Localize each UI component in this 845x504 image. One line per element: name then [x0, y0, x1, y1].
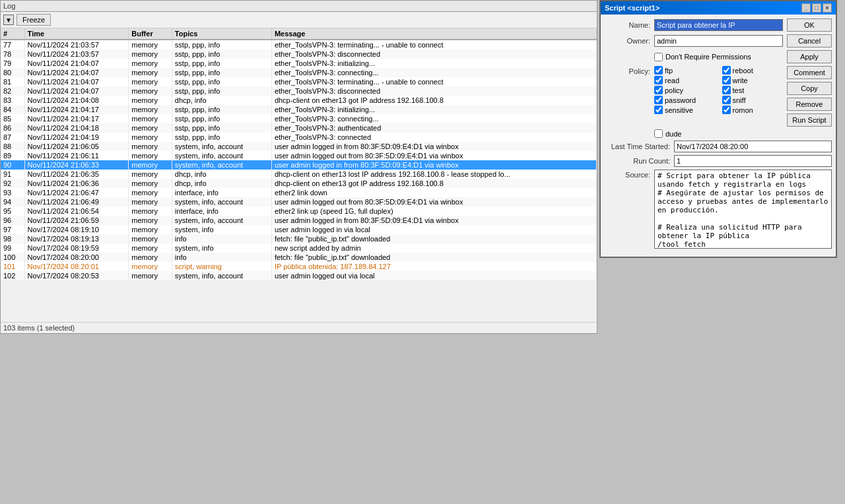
name-input[interactable]	[654, 19, 783, 31]
cell-num: 83	[1, 96, 24, 105]
policy-policy-label: policy	[665, 86, 683, 94]
table-row[interactable]: 85Nov/11/2024 21:04:17memorysstp, ppp, i…	[1, 114, 597, 123]
freeze-button[interactable]: Freeze	[17, 14, 51, 26]
cell-topics: sstp, ppp, info	[172, 133, 271, 142]
cell-message: ether2 link up (speed 1G, full duplex)	[271, 206, 596, 216]
table-row[interactable]: 82Nov/11/2024 21:04:07memorysstp, ppp, i…	[1, 86, 597, 96]
policy-read-checkbox[interactable]	[654, 76, 663, 84]
policy-romon-checkbox[interactable]	[722, 106, 731, 114]
dont-require-checkbox[interactable]	[654, 53, 663, 61]
table-row[interactable]: 90Nov/11/2024 21:06:33memorysystem, info…	[1, 160, 597, 170]
dude-checkbox[interactable]	[654, 129, 663, 138]
cell-buffer: memory	[129, 234, 172, 243]
cell-topics: dhcp, info	[172, 179, 271, 188]
table-row[interactable]: 99Nov/17/2024 08:19:59memorysystem, info…	[1, 243, 597, 253]
policy-row: Policy: ftp reboot read write	[605, 66, 832, 127]
cell-message: user admin logged in from 80:3F:5D:09:E4…	[271, 142, 596, 151]
owner-input[interactable]	[654, 35, 783, 47]
cell-time: Nov/11/2024 21:04:17	[24, 105, 129, 114]
table-row[interactable]: 98Nov/17/2024 08:19:13memoryinfofetch: f…	[1, 234, 597, 243]
source-textarea[interactable]	[654, 170, 832, 249]
run-script-button[interactable]: Run Script	[787, 113, 832, 127]
table-row[interactable]: 83Nov/11/2024 21:04:08memorydhcp, infodh…	[1, 96, 597, 105]
cell-num: 98	[1, 234, 24, 243]
source-label: Source:	[605, 170, 654, 179]
table-row[interactable]: 86Nov/11/2024 21:04:18memorysstp, ppp, i…	[1, 123, 597, 133]
table-header-row: # Time Buffer Topics Message	[1, 28, 597, 40]
remove-button[interactable]: Remove	[787, 98, 832, 111]
log-table-wrapper[interactable]: # Time Buffer Topics Message 77Nov/11/20…	[1, 28, 597, 322]
cell-message: user admin logged out from 80:3F:5D:09:E…	[271, 197, 596, 206]
table-row[interactable]: 102Nov/17/2024 08:20:53memorysystem, inf…	[1, 271, 597, 280]
policy-ftp-checkbox[interactable]	[654, 66, 663, 75]
cell-num: 94	[1, 197, 24, 206]
policy-reboot: reboot	[722, 66, 780, 75]
table-row[interactable]: 79Nov/11/2024 21:04:07memorysstp, ppp, i…	[1, 59, 597, 68]
policy-label: Policy:	[605, 66, 654, 75]
cell-time: Nov/11/2024 21:04:19	[24, 133, 129, 142]
cell-topics: script, warning	[172, 262, 271, 271]
maximize-button[interactable]: □	[812, 3, 821, 13]
policy-policy: policy	[654, 86, 712, 94]
cell-buffer: memory	[129, 253, 172, 262]
table-row[interactable]: 93Nov/11/2024 21:06:47memoryinterface, i…	[1, 188, 597, 197]
table-row[interactable]: 97Nov/17/2024 08:19:10memorysystem, info…	[1, 225, 597, 234]
comment-button[interactable]: Comment	[787, 66, 832, 79]
cell-buffer: memory	[129, 105, 172, 114]
table-row[interactable]: 96Nov/11/2024 21:06:59memorysystem, info…	[1, 216, 597, 225]
close-button[interactable]: ×	[823, 3, 832, 13]
table-row[interactable]: 81Nov/11/2024 21:04:07memorysstp, ppp, i…	[1, 77, 597, 86]
policy-reboot-checkbox[interactable]	[722, 66, 731, 75]
minimize-button[interactable]: _	[801, 3, 811, 13]
table-row[interactable]: 84Nov/11/2024 21:04:17memorysstp, ppp, i…	[1, 105, 597, 114]
run-count-label: Run Count:	[605, 157, 674, 165]
policy-write-checkbox[interactable]	[722, 76, 731, 84]
policy-policy-checkbox[interactable]	[654, 86, 663, 94]
copy-button[interactable]: Copy	[787, 82, 832, 95]
policy-sensitive-checkbox[interactable]	[654, 106, 663, 114]
table-row[interactable]: 78Nov/11/2024 21:03:57memorysstp, ppp, i…	[1, 49, 597, 59]
log-titlebar: Log	[1, 1, 597, 12]
table-row[interactable]: 80Nov/11/2024 21:04:07memorysstp, ppp, i…	[1, 68, 597, 77]
policy-password-checkbox[interactable]	[654, 96, 663, 104]
cell-buffer: memory	[129, 77, 172, 86]
table-row[interactable]: 100Nov/17/2024 08:20:00memoryinfofetch: …	[1, 253, 597, 262]
filter-icon[interactable]: ▼	[3, 15, 14, 25]
table-row[interactable]: 94Nov/11/2024 21:06:49memorysystem, info…	[1, 197, 597, 206]
table-row[interactable]: 101Nov/17/2024 08:20:01memoryscript, war…	[1, 262, 597, 271]
policy-sniff-checkbox[interactable]	[722, 96, 731, 104]
table-row[interactable]: 88Nov/11/2024 21:06:05memorysystem, info…	[1, 142, 597, 151]
table-row[interactable]: 89Nov/11/2024 21:06:11memorysystem, info…	[1, 151, 597, 160]
cell-time: Nov/17/2024 08:19:59	[24, 243, 129, 253]
ok-button[interactable]: OK	[787, 18, 832, 32]
log-title: Log	[3, 2, 15, 10]
cancel-button[interactable]: Cancel	[787, 34, 832, 47]
policy-test-checkbox[interactable]	[722, 86, 731, 94]
cell-num: 97	[1, 225, 24, 234]
cell-buffer: memory	[129, 243, 172, 253]
apply-button[interactable]: Apply	[787, 50, 832, 63]
table-row[interactable]: 77Nov/11/2024 21:03:57memorysstp, ppp, i…	[1, 40, 597, 49]
cell-topics: system, info, account	[172, 216, 271, 225]
cell-buffer: memory	[129, 123, 172, 133]
cell-time: Nov/11/2024 21:03:57	[24, 49, 129, 59]
cell-num: 77	[1, 40, 24, 49]
policy-sniff: sniff	[722, 96, 780, 104]
cell-num: 100	[1, 253, 24, 262]
table-row[interactable]: 87Nov/11/2024 21:04:19memorysstp, ppp, i…	[1, 133, 597, 142]
cell-num: 102	[1, 271, 24, 280]
cell-topics: info	[172, 234, 271, 243]
policy-ftp-label: ftp	[665, 67, 673, 75]
table-row[interactable]: 91Nov/11/2024 21:06:35memorydhcp, infodh…	[1, 170, 597, 179]
cell-time: Nov/17/2024 08:19:10	[24, 225, 129, 234]
policy-test: test	[722, 86, 780, 94]
source-row: Source:	[605, 170, 832, 250]
table-row[interactable]: 95Nov/11/2024 21:06:54memoryinterface, i…	[1, 206, 597, 216]
cell-time: Nov/11/2024 21:06:59	[24, 216, 129, 225]
cell-buffer: memory	[129, 216, 172, 225]
cell-buffer: memory	[129, 86, 172, 96]
dude-row: dude	[654, 129, 832, 138]
cell-time: Nov/11/2024 21:04:18	[24, 123, 129, 133]
cell-num: 99	[1, 243, 24, 253]
table-row[interactable]: 92Nov/11/2024 21:06:36memorydhcp, infodh…	[1, 179, 597, 188]
